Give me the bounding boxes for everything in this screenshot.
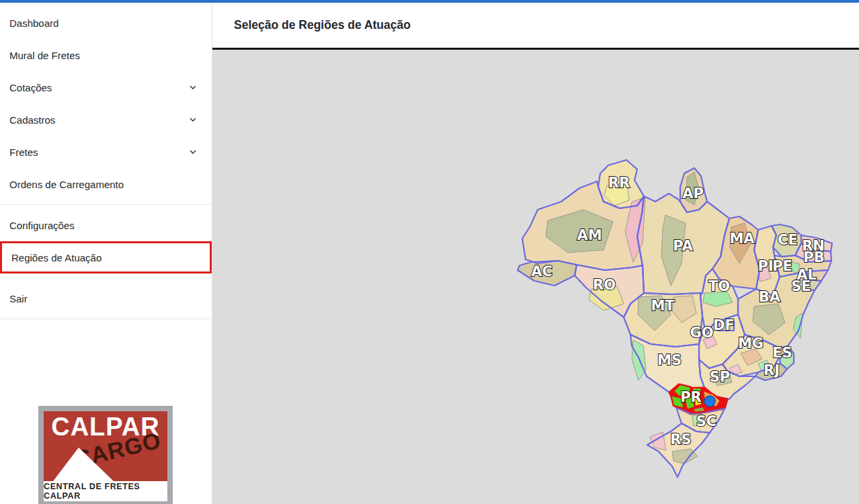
- sidebar-item-cadastros[interactable]: Cadastros: [0, 103, 212, 136]
- chevron-down-icon: [188, 146, 198, 157]
- selected-region[interactable]: [692, 407, 706, 413]
- sidebar-item-configuracoes[interactable]: Configurações: [0, 209, 212, 241]
- sidebar-item-label: Dashboard: [9, 17, 58, 29]
- sidebar-item-mural-de-fretes[interactable]: Mural de Fretes: [0, 39, 212, 71]
- state-label-sc: SC: [696, 413, 717, 429]
- brazil-regions-map: RRAPAMPAMAPICERNPBPEALSEBAACROMTTOGODFMG…: [212, 50, 859, 504]
- state-label-pa: PA: [673, 238, 693, 254]
- sidebar-item-label: Fretes: [9, 146, 38, 158]
- state-label-pb: PB: [803, 249, 824, 265]
- sidebar-item-label: Sair: [9, 293, 28, 304]
- state-label-ac: AC: [531, 263, 553, 280]
- sidebar-item-label: Configurações: [9, 220, 75, 231]
- state-label-go: GO: [690, 325, 713, 341]
- state-label-pr: PR: [680, 389, 702, 405]
- sidebar-item-sair[interactable]: Sair: [0, 282, 212, 314]
- sidebar-item-label: Ordens de Carregamento: [9, 179, 124, 190]
- sidebar: DashboardMural de FretesCotaçõesCadastro…: [0, 3, 212, 504]
- sidebar-item-fretes[interactable]: Fretes: [0, 136, 212, 168]
- sidebar-item-regioes-de-atuacao[interactable]: Regiões de Atuação: [0, 241, 212, 274]
- sidebar-item-label: Mural de Fretes: [9, 50, 80, 61]
- sidebar-divider: [0, 319, 212, 319]
- state-label-rr: RR: [608, 175, 630, 191]
- sidebar-item-label: Cotações: [9, 82, 52, 93]
- calpar-logo: CALPAR CARGO CENTRAL DE FRETES CALPAR: [38, 406, 173, 504]
- state-label-to: TO: [708, 278, 730, 294]
- state-label-mg: MG: [738, 335, 764, 351]
- state-label-mt: MT: [651, 298, 675, 314]
- sidebar-item-label: Cadastros: [9, 114, 55, 126]
- state-label-pi: PI: [758, 258, 773, 274]
- state-label-ba: BA: [759, 289, 781, 305]
- logo-caption: CENTRAL DE FRETES CALPAR: [44, 481, 167, 501]
- state-label-am: AM: [577, 227, 602, 243]
- sidebar-item-label: Regiões de Atuação: [11, 252, 101, 263]
- state-label-sp: SP: [710, 369, 731, 385]
- state-label-ro: RO: [593, 277, 616, 293]
- sidebar-item-ordens-de-carregamento[interactable]: Ordens de Carregamento: [0, 168, 212, 200]
- state-label-ma: MA: [729, 230, 755, 247]
- state-label-se: SE: [791, 278, 811, 294]
- state-label-ap: AP: [682, 185, 704, 202]
- chevron-down-icon: [188, 114, 198, 125]
- logo-mountain-shape: [53, 448, 114, 481]
- chevron-down-icon: [188, 82, 198, 93]
- page-header: Seleção de Regiões de Atuação: [212, 3, 859, 50]
- page-title: Seleção de Regiões de Atuação: [234, 18, 411, 32]
- map-content-area: RRAPAMPAMAPICERNPBPEALSEBAACROMTTOGODFMG…: [212, 50, 859, 504]
- sidebar-nav: DashboardMural de FretesCotaçõesCadastro…: [0, 3, 212, 319]
- state-label-rj: RJ: [764, 362, 780, 378]
- state-label-es: ES: [772, 345, 792, 361]
- state-label-df: DF: [713, 317, 735, 333]
- state-label-pe: PE: [772, 258, 792, 274]
- state-label-ce: CE: [778, 232, 798, 248]
- sidebar-item-cotacoes[interactable]: Cotações: [0, 71, 212, 103]
- location-marker: [704, 396, 715, 407]
- state-label-ms: MS: [657, 352, 682, 368]
- state-label-rs: RS: [670, 431, 691, 448]
- sidebar-item-dashboard[interactable]: Dashboard: [0, 7, 212, 39]
- calpar-logo-emblem: CALPAR CARGO: [44, 411, 167, 481]
